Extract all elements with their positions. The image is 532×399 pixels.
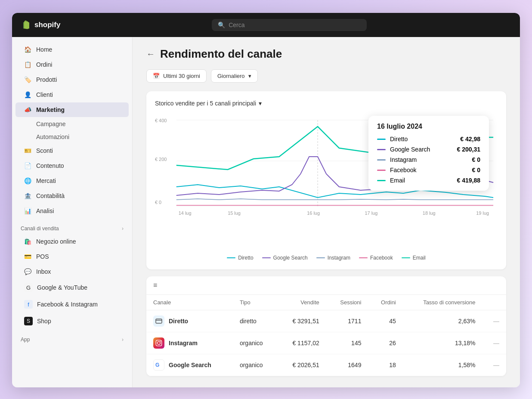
accounting-icon: 🏦 bbox=[24, 192, 32, 199]
tooltip-row-facebook: Facebook € 0 bbox=[377, 167, 480, 173]
sidebar-item-automazioni[interactable]: Automazioni bbox=[15, 130, 129, 143]
table-toolbar: ≡ bbox=[146, 276, 506, 295]
tooltip-label-email: Email bbox=[390, 177, 405, 184]
tooltip-label-diretto: Diretto bbox=[390, 136, 408, 142]
filter-bar: 📅 Ultimi 30 giorni Giornaliero ▾ bbox=[146, 69, 506, 83]
col-vendite: Vendite bbox=[277, 295, 326, 310]
tasso-diretto: 2,63% bbox=[403, 310, 483, 332]
sidebar-item-facebook[interactable]: f Facebook & Instagram bbox=[15, 296, 129, 312]
sidebar-item-mercati[interactable]: 🌐 Mercati bbox=[15, 173, 129, 188]
calendar-icon: 📅 bbox=[153, 73, 160, 79]
sidebar-item-ordini[interactable]: 📋 Ordini bbox=[15, 57, 129, 72]
sidebar-item-home[interactable]: 🏠 Home bbox=[15, 42, 129, 57]
shopify-logo: shopify bbox=[21, 20, 60, 30]
sidebar-item-negozio[interactable]: 🛍️ Negozio online bbox=[15, 234, 129, 249]
main-content: ← Rendimento del canale 📅 Ultimi 30 gior… bbox=[133, 37, 520, 387]
svg-point-16 bbox=[160, 341, 161, 342]
tasso-instagram: 13,18% bbox=[403, 332, 483, 354]
table-card: ≡ Canale Tipo Vendite bbox=[146, 276, 506, 376]
tooltip-label-facebook: Facebook bbox=[390, 167, 416, 173]
col-ordini: Ordini bbox=[368, 295, 402, 310]
svg-rect-14 bbox=[156, 340, 161, 346]
sidebar-item-analisi[interactable]: 📊 Analisi bbox=[15, 204, 129, 218]
sidebar-item-campagne[interactable]: Campagne bbox=[15, 118, 129, 130]
tooltip-date: 16 luglio 2024 bbox=[377, 123, 480, 130]
legend-line-diretto bbox=[227, 257, 235, 258]
chart-legend: Diretto Google Search Instagram Facebook bbox=[155, 255, 498, 261]
period-filter-label: Giornaliero bbox=[217, 73, 245, 79]
sidebar-label-analisi: Analisi bbox=[36, 207, 54, 214]
vendite-diretto: € 3291,51 bbox=[277, 310, 326, 332]
chart-icon: 📊 bbox=[24, 207, 32, 214]
orders-icon: 📋 bbox=[24, 61, 32, 68]
pos-icon: 💳 bbox=[24, 253, 32, 260]
sidebar-item-prodotti[interactable]: 🏷️ Prodotti bbox=[15, 72, 129, 87]
legend-label-email: Email bbox=[413, 255, 426, 261]
facebook-icon: f bbox=[24, 300, 33, 309]
legend-line-instagram bbox=[316, 257, 325, 258]
sidebar-label-prodotti: Prodotti bbox=[36, 76, 57, 83]
sidebar-item-clienti[interactable]: 👤 Clienti bbox=[15, 87, 129, 102]
channel-name-instagram: Instagram bbox=[169, 340, 198, 346]
sidebar-label-facebook: Facebook & Instagram bbox=[37, 301, 98, 308]
date-filter-label: Ultimi 30 giorni bbox=[163, 73, 200, 79]
tooltip-value-facebook: € 0 bbox=[472, 167, 480, 173]
tooltip-color-instagram bbox=[377, 159, 386, 161]
sidebar-label-home: Home bbox=[36, 46, 52, 53]
svg-text:€ 0: € 0 bbox=[155, 200, 161, 205]
tooltip-value-instagram: € 0 bbox=[472, 156, 480, 163]
app-section-header: App › bbox=[12, 330, 132, 345]
col-dash bbox=[483, 295, 506, 310]
legend-label-google: Google Search bbox=[273, 255, 308, 261]
legend-google: Google Search bbox=[262, 255, 308, 261]
chevron-down-icon: ▾ bbox=[248, 73, 251, 79]
ordini-instagram: 26 bbox=[368, 332, 402, 354]
globe-icon: 🌐 bbox=[24, 177, 32, 184]
chart-title: Storico vendite per i 5 canali principal… bbox=[155, 100, 256, 107]
col-canale: Canale bbox=[146, 295, 233, 310]
content-icon: 📄 bbox=[24, 162, 32, 169]
sidebar-label-shop: Shop bbox=[37, 318, 51, 325]
shop-icon: S bbox=[24, 317, 33, 325]
svg-text:19 lug: 19 lug bbox=[476, 210, 489, 216]
svg-point-15 bbox=[158, 342, 161, 345]
megaphone-icon: 📣 bbox=[24, 106, 32, 113]
page-header: ← Rendimento del canale bbox=[146, 47, 506, 61]
sidebar-label-contenuto: Contenuto bbox=[36, 162, 64, 169]
vendite-googlesearch: € 2026,51 bbox=[277, 354, 326, 376]
inbox-icon: 💬 bbox=[24, 268, 32, 275]
channel-icon-diretto bbox=[153, 315, 164, 327]
tooltip-value-google: € 200,31 bbox=[457, 146, 481, 153]
sidebar-item-inbox[interactable]: 💬 Inbox bbox=[15, 264, 129, 279]
sidebar-item-sconti[interactable]: 🎫 Sconti bbox=[15, 143, 129, 158]
sidebar-item-google[interactable]: G Google & YouTube bbox=[15, 279, 129, 296]
table-row: Instagram organico € 1157,02 145 bbox=[146, 332, 506, 354]
legend-label-facebook: Facebook bbox=[370, 255, 393, 261]
ordini-googlesearch: 18 bbox=[368, 354, 402, 376]
col-sessioni: Sessioni bbox=[326, 295, 368, 310]
date-filter-button[interactable]: 📅 Ultimi 30 giorni bbox=[146, 69, 207, 83]
sidebar-label-pos: POS bbox=[36, 253, 49, 260]
sidebar-item-contenuto[interactable]: 📄 Contenuto bbox=[15, 158, 129, 173]
search-bar[interactable]: 🔍 Cerca bbox=[212, 19, 367, 31]
dash-googlesearch: — bbox=[483, 354, 506, 376]
period-filter-button[interactable]: Giornaliero ▾ bbox=[211, 69, 258, 83]
sidebar-item-contabilita[interactable]: 🏦 Contabilità bbox=[15, 189, 129, 203]
sidebar-label-google: Google & YouTube bbox=[37, 284, 87, 291]
svg-text:16 lug: 16 lug bbox=[307, 210, 320, 216]
svg-text:17 lug: 17 lug bbox=[365, 210, 378, 216]
sidebar-item-marketing[interactable]: 📣 Marketing bbox=[15, 102, 129, 117]
chart-title-button[interactable]: Storico vendite per i 5 canali principal… bbox=[155, 100, 262, 107]
svg-text:15 lug: 15 lug bbox=[228, 210, 241, 216]
sidebar-label-sconti: Sconti bbox=[36, 147, 53, 154]
sidebar-label-contabilita: Contabilità bbox=[36, 192, 65, 199]
tooltip-value-email: € 419,88 bbox=[457, 177, 481, 184]
legend-instagram: Instagram bbox=[316, 255, 350, 261]
back-button[interactable]: ← bbox=[146, 49, 155, 59]
chart-header: Storico vendite per i 5 canali principal… bbox=[155, 100, 498, 107]
sidebar-item-pos[interactable]: 💳 POS bbox=[15, 249, 129, 264]
tooltip-color-diretto bbox=[377, 139, 386, 140]
tooltip-row-diretto: Diretto € 42,98 bbox=[377, 136, 480, 142]
sidebar: 🏠 Home 📋 Ordini 🏷️ Prodotti 👤 Clienti 📣 … bbox=[12, 37, 133, 387]
sidebar-item-shop[interactable]: S Shop bbox=[15, 313, 129, 329]
